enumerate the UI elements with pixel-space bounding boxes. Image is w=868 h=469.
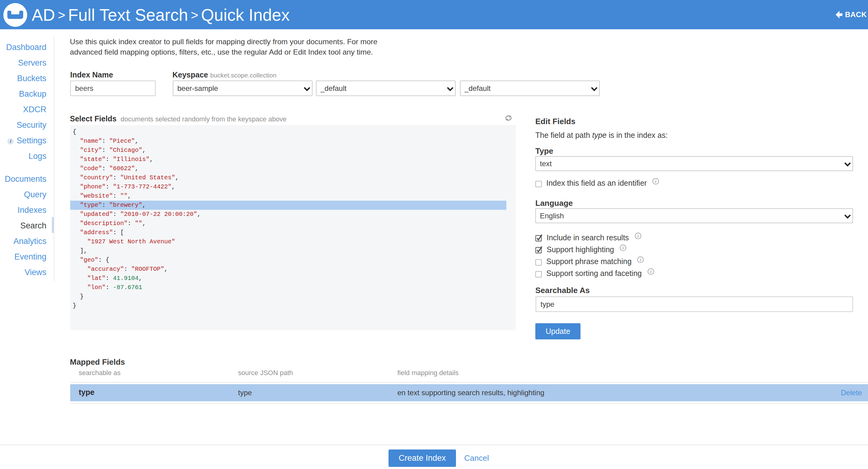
svg-text:i: i bbox=[640, 258, 641, 262]
svg-text:i: i bbox=[655, 179, 656, 184]
svg-text:i: i bbox=[637, 234, 639, 238]
svg-text:i: i bbox=[650, 270, 651, 274]
svg-text:i: i bbox=[623, 246, 624, 250]
